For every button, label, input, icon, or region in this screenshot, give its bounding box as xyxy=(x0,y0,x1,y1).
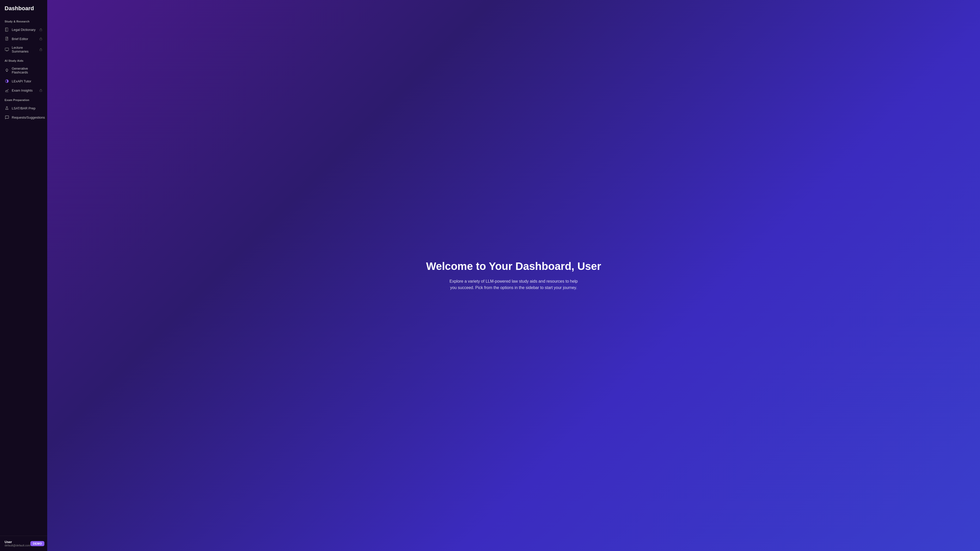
svg-rect-2 xyxy=(40,29,42,31)
sidebar-item-exam-insights-label: Exam Insights xyxy=(12,89,37,92)
section-label-study-research: Study & Research xyxy=(0,16,47,25)
sidebar-item-legal-dictionary-label: Legal Dictionary xyxy=(12,28,37,32)
welcome-subtitle: Explore a variety of LLM-powered law stu… xyxy=(447,278,580,291)
book-icon xyxy=(5,27,9,32)
sidebar: Dashboard Study & Research Legal Diction… xyxy=(0,0,47,551)
sidebar-item-requests-suggestions[interactable]: Requests/Suggestions xyxy=(0,113,47,122)
bulb-icon xyxy=(5,68,9,73)
monitor-icon xyxy=(5,47,9,52)
sidebar-item-brief-editor[interactable]: Brief Editor xyxy=(0,34,47,43)
circle-half-icon xyxy=(5,79,9,83)
svg-rect-11 xyxy=(40,49,42,51)
svg-rect-16 xyxy=(40,90,42,92)
sidebar-item-lexapi-tutor[interactable]: LExAPI Tutor xyxy=(0,76,47,86)
section-label-ai-study-aids: AI Study Aids xyxy=(0,56,47,64)
user-email: default@default.com xyxy=(5,544,30,547)
lock-icon-legal-dictionary xyxy=(39,28,43,32)
sidebar-item-lecture-summaries[interactable]: Lecture Summaries xyxy=(0,43,47,56)
sidebar-item-lsat-bar-prep-label: LSAT/BAR Prep xyxy=(12,106,43,110)
user-info: User default@default.com xyxy=(5,540,30,547)
sidebar-item-requests-suggestions-label: Requests/Suggestions xyxy=(12,116,45,119)
lock-icon-exam-insights xyxy=(39,89,43,92)
sidebar-item-lsat-bar-prep[interactable]: LSAT/BAR Prep xyxy=(0,103,47,113)
lock-icon-lecture-summaries xyxy=(39,48,43,51)
file-icon xyxy=(5,37,9,41)
chart-icon xyxy=(5,88,9,93)
user-name: User xyxy=(5,540,30,544)
main-content: Welcome to Your Dashboard, User Explore … xyxy=(47,0,980,551)
svg-point-12 xyxy=(6,69,8,71)
svg-rect-8 xyxy=(5,48,9,51)
sidebar-item-lecture-summaries-label: Lecture Summaries xyxy=(12,46,37,53)
sidebar-item-brief-editor-label: Brief Editor xyxy=(12,37,37,41)
welcome-title: Welcome to Your Dashboard, User xyxy=(426,260,601,273)
sidebar-title: Dashboard xyxy=(0,0,47,16)
sidebar-item-generative-flashcards-label: Generative Flashcards xyxy=(12,67,43,74)
flask-icon xyxy=(5,106,9,110)
sidebar-item-exam-insights[interactable]: Exam Insights xyxy=(0,86,47,95)
svg-rect-7 xyxy=(40,38,42,40)
section-label-exam-prep: Exam Preparation xyxy=(0,95,47,103)
svg-rect-0 xyxy=(5,28,8,32)
demo-badge[interactable]: DEMO xyxy=(30,541,45,546)
sidebar-item-generative-flashcards[interactable]: Generative Flashcards xyxy=(0,64,47,76)
chat-icon xyxy=(5,115,9,120)
lock-icon-brief-editor xyxy=(39,37,43,41)
sidebar-item-lexapi-tutor-label: LExAPI Tutor xyxy=(12,79,43,83)
sidebar-footer: User default@default.com DEMO xyxy=(0,536,47,551)
sidebar-item-legal-dictionary[interactable]: Legal Dictionary xyxy=(0,25,47,34)
